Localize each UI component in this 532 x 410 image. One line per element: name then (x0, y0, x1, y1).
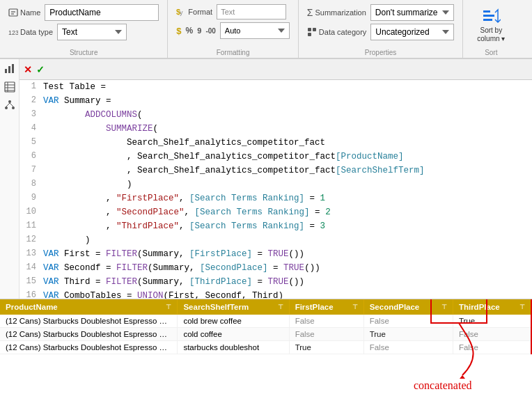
svg-rect-13 (8, 66, 10, 73)
cancel-formula-btn[interactable]: ✕ (24, 64, 32, 75)
table-cell: False (363, 341, 453, 354)
line-number: 14 (24, 261, 43, 275)
table-cell: (12 Cans) Starbucks Doubleshot Espresso … (0, 341, 178, 354)
datacategory-select[interactable]: Uncategorized (370, 24, 454, 40)
filter-icon-third[interactable]: ⊤ (519, 303, 525, 310)
format-controls-row: $ % 9 -00 Auto (176, 22, 289, 39)
svg-rect-9 (483, 10, 490, 13)
formula-bar: ✕ ✓ (19, 59, 532, 80)
line-number: 9 (24, 191, 43, 205)
line-content: VAR Secondf = FILTER(Summary, [SecondPla… (43, 261, 528, 275)
svg-rect-11 (483, 19, 492, 21)
properties-title: Properties (307, 47, 454, 56)
svg-rect-10 (483, 15, 494, 17)
properties-section: Σ Summarization Don't summarize Data cat… (299, 0, 463, 58)
data-table: ProductName⊤ SearchShelfTerm⊤ FirstPlace… (0, 299, 532, 354)
formatting-section: $y Format $ % 9 -00 Auto Formatting (168, 0, 298, 58)
code-editor[interactable]: 1Test Table =2VAR Summary =3 ADDCOLUMNS(… (19, 80, 532, 299)
line-content: , Search_Shelf_analytics_competitor_fact… (43, 150, 528, 164)
summarization-select[interactable]: Don't summarize (370, 4, 454, 21)
datatype-icon: 123 (8, 27, 18, 37)
svg-text:y: y (180, 9, 183, 16)
format-row: $y Format (176, 4, 289, 19)
confirm-formula-btn[interactable]: ✓ (36, 64, 45, 75)
editor-area: ✕ ✓ 1Test Table =2VAR Summary =3 ADDCOLU… (0, 59, 532, 299)
percent-btn[interactable]: % (186, 26, 194, 36)
line-number: 8 (24, 178, 43, 191)
code-line-1: 1Test Table = (19, 80, 532, 94)
line-content: Search_Shelf_analytics_competitor_fact (43, 136, 528, 150)
bottom-section: ProductName⊤ SearchShelfTerm⊤ FirstPlace… (0, 299, 532, 410)
code-line-4: 4 SUMMARIZE( (19, 122, 532, 136)
code-line-8: 8 ) (19, 178, 532, 191)
svg-text:123: 123 (8, 29, 18, 36)
editor-sidebar (0, 59, 19, 299)
line-content: , "FirstPlace", [Search Terms Ranking] =… (43, 191, 528, 205)
structure-title: Structure (8, 47, 159, 56)
name-label: Name (8, 8, 40, 17)
filter-icon-productname[interactable]: ⊤ (166, 303, 171, 310)
filter-icon-first[interactable]: ⊤ (352, 303, 358, 310)
col-searchshelfterm[interactable]: SearchShelfTerm⊤ (178, 299, 289, 315)
formatting-content: $y Format $ % 9 -00 Auto (176, 4, 289, 47)
svg-rect-7 (313, 28, 316, 31)
line-number: 16 (24, 289, 43, 299)
comma-btn[interactable]: 9 (197, 26, 201, 35)
line-content: ) (43, 178, 528, 191)
svg-rect-12 (5, 69, 7, 73)
code-line-16: 16VAR ComboTables = UNION(First, Secondf… (19, 289, 532, 299)
properties-content: Σ Summarization Don't summarize Data cat… (307, 4, 454, 47)
line-number: 4 (24, 122, 43, 136)
line-number: 13 (24, 247, 43, 261)
sort-label: Sort bycolumn ▾ (477, 26, 505, 43)
code-line-6: 6 , Search_Shelf_analytics_competitor_fa… (19, 150, 532, 164)
svg-point-20 (8, 100, 11, 103)
format-label: $y Format (176, 7, 212, 17)
code-line-12: 12 ) (19, 233, 532, 247)
decimal-btn[interactable]: -00 (205, 27, 215, 35)
svg-rect-0 (9, 9, 17, 16)
line-content: ) (43, 233, 528, 247)
line-content: , "ThirdPlace", [Search Terms Ranking] =… (43, 219, 528, 233)
sort-title: Sort (485, 47, 497, 56)
code-line-9: 9 , "FirstPlace", [Search Terms Ranking]… (19, 191, 532, 205)
line-number: 11 (24, 219, 43, 233)
col-thirdplace[interactable]: ThirdPlace⊤ (453, 299, 531, 315)
datacategory-row: Data category Uncategorized (307, 24, 454, 40)
svg-point-22 (12, 107, 15, 109)
sort-by-column-btn[interactable]: Sort bycolumn ▾ (471, 4, 510, 46)
svg-rect-14 (12, 64, 14, 73)
table-cell: (12 Cans) Starbucks Doubleshot Espresso … (0, 328, 178, 341)
datatype-select[interactable]: Text (57, 24, 127, 40)
code-line-2: 2VAR Summary = (19, 94, 532, 108)
model-icon[interactable] (3, 98, 17, 112)
line-content: ADDCOLUMNS( (43, 108, 528, 122)
code-line-15: 15VAR Third = FILTER(Summary, [ThirdPlac… (19, 275, 532, 289)
filter-icon-search[interactable]: ⊤ (278, 303, 283, 310)
col-secondplace[interactable]: SecondPlace⊤ (363, 299, 453, 315)
col-productname[interactable]: ProductName⊤ (0, 299, 178, 315)
code-line-13: 13VAR First = FILTER(Summary, [FirstPlac… (19, 247, 532, 261)
header-row: ProductName⊤ SearchShelfTerm⊤ FirstPlace… (0, 299, 531, 315)
summarization-row: Σ Summarization Don't summarize (307, 4, 454, 21)
datacategory-label: Data category (307, 27, 366, 37)
code-line-14: 14VAR Secondf = FILTER(Summary, [SecondP… (19, 261, 532, 275)
currency-btn[interactable]: $ (176, 26, 181, 36)
filter-icon-second[interactable]: ⊤ (441, 303, 447, 310)
table-cell: True (289, 341, 363, 354)
col-firstplace[interactable]: FirstPlace⊤ (289, 299, 363, 315)
auto-select[interactable]: Auto (220, 22, 290, 39)
line-content: VAR ComboTables = UNION(First, Secondf, … (43, 289, 528, 299)
table-icon[interactable] (3, 80, 17, 94)
structure-section: Name 123 Data type Text Structure (0, 0, 168, 58)
format-input[interactable] (217, 4, 286, 19)
ribbon: Name 123 Data type Text Structure $y (0, 0, 532, 59)
formatting-title: Formatting (176, 47, 289, 56)
line-number: 5 (24, 136, 43, 150)
code-line-5: 5 Search_Shelf_analytics_competitor_fact (19, 136, 532, 150)
data-table-container[interactable]: ProductName⊤ SearchShelfTerm⊤ FirstPlace… (0, 299, 532, 410)
chart-bar-icon[interactable] (3, 62, 17, 76)
datacategory-icon (307, 27, 317, 37)
line-content: , "SecondPlace", [Search Terms Ranking] … (43, 205, 528, 219)
name-input[interactable] (45, 4, 159, 21)
